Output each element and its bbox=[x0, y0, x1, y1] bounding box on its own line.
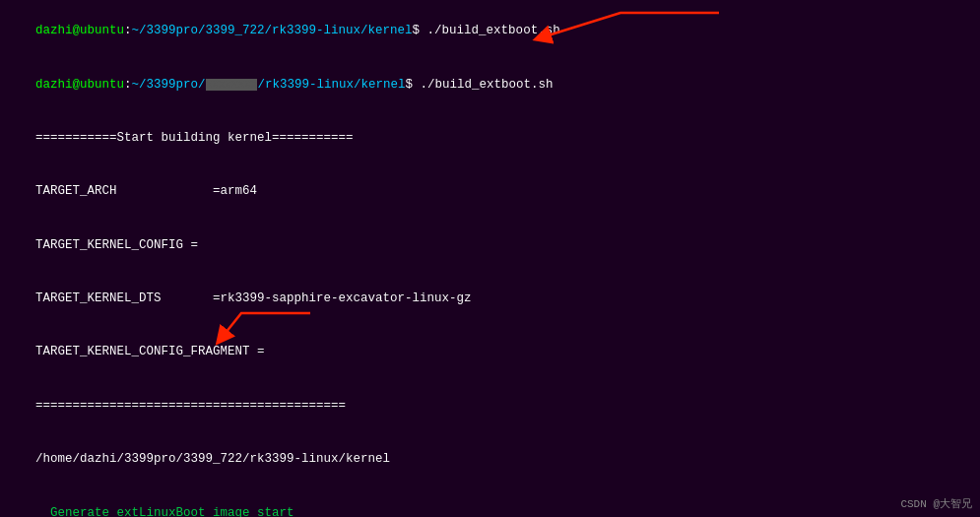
divider-line: ===========Start building kernel========… bbox=[6, 111, 974, 164]
terminal-line-2: dazhi@ubuntu:~/3399pro/XXXXXXXX/rk3399-l… bbox=[6, 57, 974, 110]
watermark: CSDN @大智兄 bbox=[900, 496, 972, 511]
prompt-user: dazhi@ubuntu bbox=[35, 24, 124, 37]
divider-line-2: ========================================… bbox=[6, 379, 974, 432]
target-dts-line: TARGET_KERNEL_DTS =rk3399-sapphire-excav… bbox=[6, 272, 974, 325]
target-arch-line: TARGET_ARCH =arm64 bbox=[6, 164, 974, 218]
terminal-window: dazhi@ubuntu:~/3399pro/3399_722/rk3399-l… bbox=[0, 0, 980, 517]
build-path-line: /home/dazhi/3399pro/3399_722/rk3399-linu… bbox=[6, 432, 974, 485]
terminal-line-1: dazhi@ubuntu:~/3399pro/3399_722/rk3399-l… bbox=[6, 4, 974, 57]
redacted-path: XXXXXXXX bbox=[206, 79, 258, 91]
target-config-line: TARGET_KERNEL_CONFIG = bbox=[6, 219, 974, 272]
prompt-user-2: dazhi@ubuntu bbox=[35, 78, 124, 92]
gen-start-line: Generate extLinuxBoot image start bbox=[6, 485, 974, 517]
command-1: ./build_extboot.sh bbox=[427, 24, 560, 37]
target-fragment-line: TARGET_KERNEL_CONFIG_FRAGMENT = bbox=[6, 325, 974, 378]
prompt-path: ~/3399pro/3399_722/rk3399-linux/kernel bbox=[132, 24, 413, 37]
